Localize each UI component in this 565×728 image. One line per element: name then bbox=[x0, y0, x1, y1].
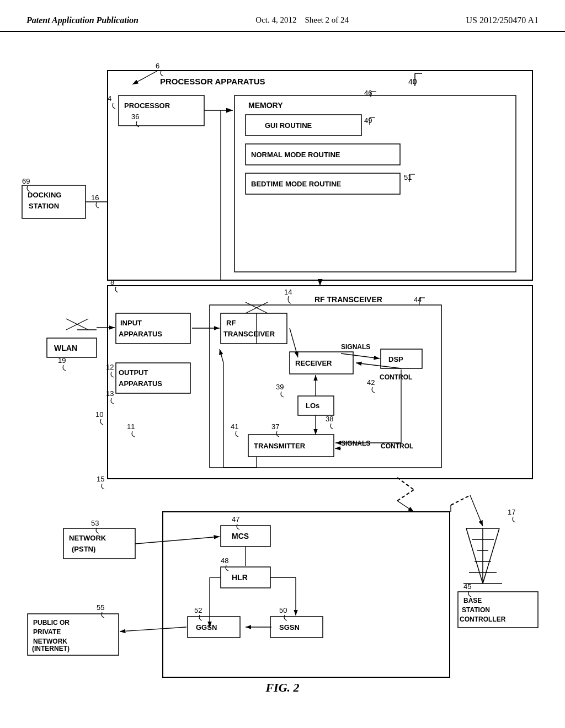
svg-text:(PSTN): (PSTN) bbox=[72, 545, 95, 553]
header: Patent Application Publication Oct. 4, 2… bbox=[0, 0, 565, 32]
svg-text:15: 15 bbox=[97, 475, 104, 483]
svg-text:48: 48 bbox=[221, 556, 228, 565]
svg-text:MCS: MCS bbox=[232, 532, 249, 540]
svg-text:52: 52 bbox=[194, 606, 202, 614]
svg-text:13: 13 bbox=[106, 389, 114, 398]
svg-text:42: 42 bbox=[367, 378, 375, 387]
header-right: US 2012/250470 A1 bbox=[466, 15, 539, 25]
svg-text:TRANSMITTER: TRANSMITTER bbox=[254, 442, 306, 450]
svg-line-146 bbox=[470, 495, 483, 526]
svg-line-136 bbox=[135, 537, 220, 544]
svg-text:14: 14 bbox=[284, 288, 292, 296]
svg-text:(INTERNET): (INTERNET) bbox=[32, 645, 70, 652]
svg-text:16: 16 bbox=[91, 194, 99, 202]
svg-line-148 bbox=[397, 490, 414, 501]
svg-text:NETWORK: NETWORK bbox=[33, 638, 67, 645]
svg-text:DSP: DSP bbox=[388, 355, 403, 363]
svg-text:CONTROLLER: CONTROLLER bbox=[460, 615, 506, 623]
svg-text:GUI  ROUTINE: GUI ROUTINE bbox=[265, 121, 312, 130]
diagram-area: PROCESSOR APPARATUS 40 PROCESSOR 36 MEMO… bbox=[0, 32, 565, 705]
svg-rect-35 bbox=[221, 313, 287, 344]
svg-rect-38 bbox=[116, 313, 190, 344]
svg-text:55: 55 bbox=[97, 603, 104, 612]
svg-text:APPARATUS: APPARATUS bbox=[119, 379, 162, 388]
svg-line-145 bbox=[451, 495, 470, 505]
svg-text:8: 8 bbox=[110, 278, 114, 286]
svg-text:SIGNALS: SIGNALS bbox=[341, 440, 370, 447]
svg-text:BASE: BASE bbox=[463, 597, 482, 604]
svg-text:PROCESSOR: PROCESSOR bbox=[124, 101, 170, 110]
svg-rect-132 bbox=[63, 528, 135, 559]
svg-rect-2 bbox=[108, 71, 532, 280]
svg-text:RECEIVER: RECEIVER bbox=[295, 359, 332, 367]
svg-text:TRANSCEIVER: TRANSCEIVER bbox=[223, 330, 275, 338]
header-left: Patent Application Publication bbox=[26, 15, 138, 25]
svg-line-147 bbox=[397, 478, 414, 490]
svg-text:LOs: LOs bbox=[306, 402, 319, 410]
svg-text:STATION: STATION bbox=[29, 202, 59, 210]
svg-rect-41 bbox=[116, 363, 190, 393]
svg-text:SGSN: SGSN bbox=[279, 623, 300, 631]
svg-text:39: 39 bbox=[276, 383, 284, 391]
svg-text:GGSN: GGSN bbox=[196, 623, 217, 631]
svg-text:PUBLIC OR: PUBLIC OR bbox=[33, 619, 70, 627]
svg-line-76 bbox=[220, 349, 223, 363]
svg-text:50: 50 bbox=[279, 606, 287, 614]
svg-text:12: 12 bbox=[106, 363, 114, 371]
svg-text:HLR: HLR bbox=[232, 573, 248, 582]
svg-text:47: 47 bbox=[232, 515, 239, 523]
svg-line-58 bbox=[356, 363, 401, 368]
figure-label: FIG. 2 bbox=[265, 681, 299, 695]
svg-text:6: 6 bbox=[156, 62, 159, 70]
svg-text:53: 53 bbox=[91, 519, 99, 527]
svg-text:INPUT: INPUT bbox=[120, 319, 142, 327]
svg-text:4: 4 bbox=[108, 94, 111, 103]
svg-text:NETWORK: NETWORK bbox=[69, 534, 106, 542]
svg-text:41: 41 bbox=[231, 422, 238, 431]
svg-line-149 bbox=[397, 501, 414, 512]
svg-text:APPARATUS: APPARATUS bbox=[119, 330, 162, 338]
svg-line-70 bbox=[290, 328, 298, 357]
svg-text:MEMORY: MEMORY bbox=[248, 101, 283, 110]
svg-line-106 bbox=[466, 528, 483, 584]
svg-text:17: 17 bbox=[508, 508, 515, 516]
svg-text:11: 11 bbox=[127, 422, 135, 431]
svg-text:44: 44 bbox=[414, 296, 422, 304]
svg-text:36: 36 bbox=[131, 113, 139, 121]
svg-text:37: 37 bbox=[271, 422, 279, 431]
svg-text:CONTROL: CONTROL bbox=[381, 442, 413, 450]
svg-rect-98 bbox=[163, 512, 450, 677]
svg-text:BEDTIME  MODE  ROUTINE: BEDTIME MODE ROUTINE bbox=[251, 180, 342, 188]
svg-text:RF: RF bbox=[226, 319, 236, 327]
svg-rect-7 bbox=[119, 95, 204, 126]
svg-line-143 bbox=[120, 627, 186, 631]
svg-text:WLAN: WLAN bbox=[54, 344, 77, 352]
svg-text:PROCESSOR  APPARATUS: PROCESSOR APPARATUS bbox=[160, 77, 265, 86]
svg-line-56 bbox=[341, 354, 380, 358]
svg-text:OUTPUT: OUTPUT bbox=[119, 368, 148, 377]
svg-line-107 bbox=[483, 528, 499, 584]
svg-text:45: 45 bbox=[463, 582, 471, 591]
svg-line-96 bbox=[132, 71, 158, 84]
svg-rect-28 bbox=[108, 286, 532, 479]
svg-text:STATION: STATION bbox=[462, 606, 490, 614]
svg-text:69: 69 bbox=[22, 177, 30, 185]
svg-text:CONTROL: CONTROL bbox=[380, 373, 412, 381]
svg-text:DOCKING: DOCKING bbox=[28, 191, 61, 199]
svg-text:PRIVATE: PRIVATE bbox=[33, 628, 61, 636]
svg-text:SIGNALS: SIGNALS bbox=[341, 343, 370, 351]
header-center: Oct. 4, 2012 Sheet 2 of 24 bbox=[255, 15, 349, 25]
svg-text:40: 40 bbox=[408, 77, 417, 86]
svg-text:RF TRANSCEIVER: RF TRANSCEIVER bbox=[315, 295, 382, 304]
svg-text:10: 10 bbox=[95, 410, 103, 419]
svg-text:NORMAL  MODE  ROUTINE: NORMAL MODE ROUTINE bbox=[251, 151, 340, 159]
svg-text:38: 38 bbox=[326, 415, 333, 423]
svg-text:19: 19 bbox=[58, 356, 66, 365]
